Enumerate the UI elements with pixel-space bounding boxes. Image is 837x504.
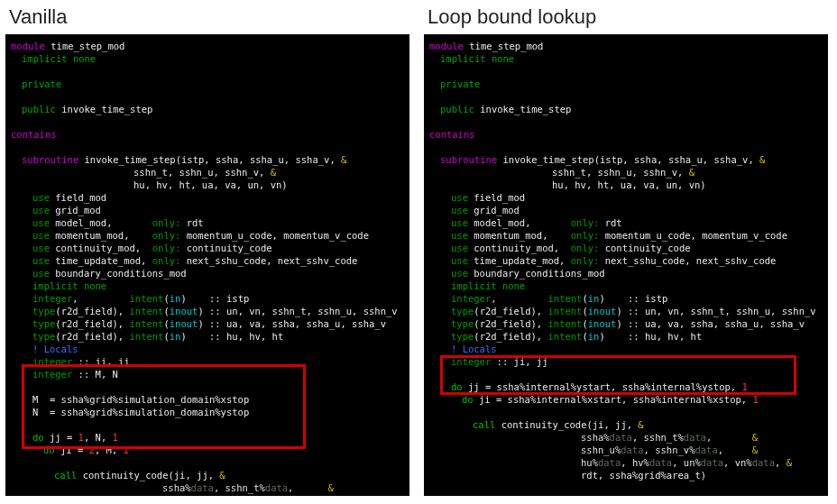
left-panel: Vanilla module time_step_mod implicit no… bbox=[5, 5, 409, 496]
left-code: module time_step_mod implicit none priva… bbox=[5, 34, 409, 496]
left-hl-box bbox=[22, 364, 306, 449]
code-comparison: Vanilla module time_step_mod implicit no… bbox=[0, 0, 837, 501]
right-panel: Loop bound lookup module time_step_mod i… bbox=[424, 5, 828, 496]
right-code-block: module time_step_mod implicit none priva… bbox=[429, 40, 823, 496]
right-code: module time_step_mod implicit none priva… bbox=[424, 34, 828, 496]
left-title: Vanilla bbox=[9, 5, 409, 29]
right-title: Loop bound lookup bbox=[428, 5, 828, 29]
right-hl-box bbox=[440, 355, 796, 395]
